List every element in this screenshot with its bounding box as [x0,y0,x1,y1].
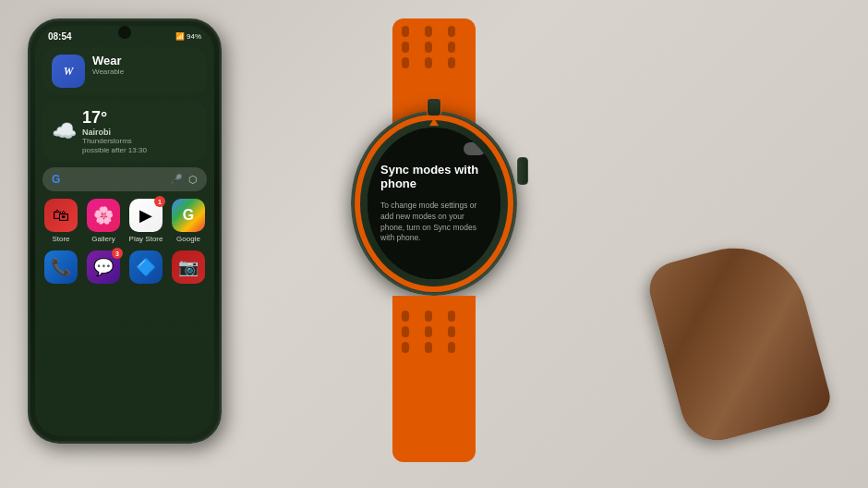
notch [118,26,131,39]
wear-app-info: Wear Wearable [92,55,198,76]
app-grid: 🛍 Store 🌸 Gallery ▶ 1 Play Store G [42,199,207,243]
app-play-store[interactable]: ▶ 1 Play Store [127,199,164,243]
band-hole [448,26,455,37]
messages-icon: 💬 3 [87,250,120,284]
watch-crown[interactable] [427,98,441,116]
store-label: Store [52,235,69,243]
phone-app-icon: 📞 [44,250,78,284]
home-screen: W Wear Wearable ☁️ 17° Nairobi Thunderst… [35,43,214,291]
band-hole [425,57,432,68]
band-hole [425,342,432,353]
messages-badge: 3 [112,248,123,259]
phone: 08:54 📶 94% W Wear Wearable ☁️ [28,18,222,444]
weather-city: Nairobi [82,128,198,137]
lens-icon[interactable]: ⬡ [188,174,198,186]
google-icon: G [172,199,205,232]
wear-app-sublabel: Wearable [92,67,198,76]
bixby-app[interactable]: 🔷 [127,250,164,284]
band-hole [448,57,455,68]
playstore-icon: ▶ 1 [129,199,163,232]
band-hole [448,42,455,53]
store-icon: 🛍 [44,199,78,232]
band-hole [402,26,409,37]
sync-title: Sync modes with phone [380,163,488,191]
smartwatch: Sync modes with phone To change mode set… [323,18,545,462]
messages-app[interactable]: 💬 3 [85,250,122,284]
app-gallery[interactable]: 🌸 Gallery [85,199,122,243]
camera-icon: 📷 [172,250,205,284]
band-hole [425,326,432,337]
band-hole [402,311,409,322]
phone-screen: 08:54 📶 94% W Wear Wearable ☁️ [35,26,214,436]
band-hole [448,342,455,353]
google-label: Google [176,235,200,243]
sync-description: To change mode settings or add new modes… [380,201,488,245]
hand [665,248,813,433]
band-hole [402,57,409,68]
status-icons: 📶 94% [175,32,201,41]
weather-description: Thunderstormspossible after 13:30 [82,137,198,154]
watch-content: Sync modes with phone To change mode set… [368,128,500,279]
phone-app[interactable]: 📞 [42,250,79,284]
search-bar[interactable]: G 🎤 ⬡ [42,167,207,191]
watch-button[interactable] [517,157,528,185]
wifi-icon: 📶 [175,32,185,41]
wear-widget[interactable]: W Wear Wearable [42,47,207,95]
wear-app-label: Wear [92,55,198,67]
battery-icon: 94% [187,32,201,41]
wear-app-icon: W [52,55,85,88]
band-hole [402,326,409,337]
band-hole [425,42,432,53]
weather-temp: 17° [82,108,198,128]
sync-toggle[interactable] [464,142,486,155]
gallery-label: Gallery [91,235,115,243]
watch-body: Sync modes with phone To change mode set… [351,111,517,296]
bottom-apps: 📞 💬 3 🔷 📷 [42,250,207,284]
app-store[interactable]: 🛍 Store [42,199,79,243]
band-bottom [392,296,476,462]
band-bottom-holes [392,303,476,360]
app-google[interactable]: G Google [170,199,207,243]
bezel-triangle-top [429,118,439,126]
microphone-icon[interactable]: 🎤 [170,174,183,186]
hand-shape [644,232,834,449]
band-hole [448,311,455,322]
band-hole [448,326,455,337]
status-time: 08:54 [48,31,72,42]
bixby-icon: 🔷 [129,250,163,284]
playstore-label: Play Store [129,235,163,243]
gallery-icon: 🌸 [87,199,120,232]
weather-info: 17° Nairobi Thunderstormspossible after … [82,108,198,154]
google-g-logo: G [52,173,60,186]
band-hole [425,311,432,322]
camera-app[interactable]: 📷 [170,250,207,284]
band-hole [402,42,409,53]
weather-widget[interactable]: ☁️ 17° Nairobi Thunderstormspossible aft… [42,101,207,162]
band-top-holes [392,18,476,76]
weather-icon: ☁️ [52,119,77,143]
band-hole [425,26,432,37]
playstore-badge: 1 [154,196,165,207]
band-hole [402,342,409,353]
watch-screen: Sync modes with phone To change mode set… [368,128,500,279]
